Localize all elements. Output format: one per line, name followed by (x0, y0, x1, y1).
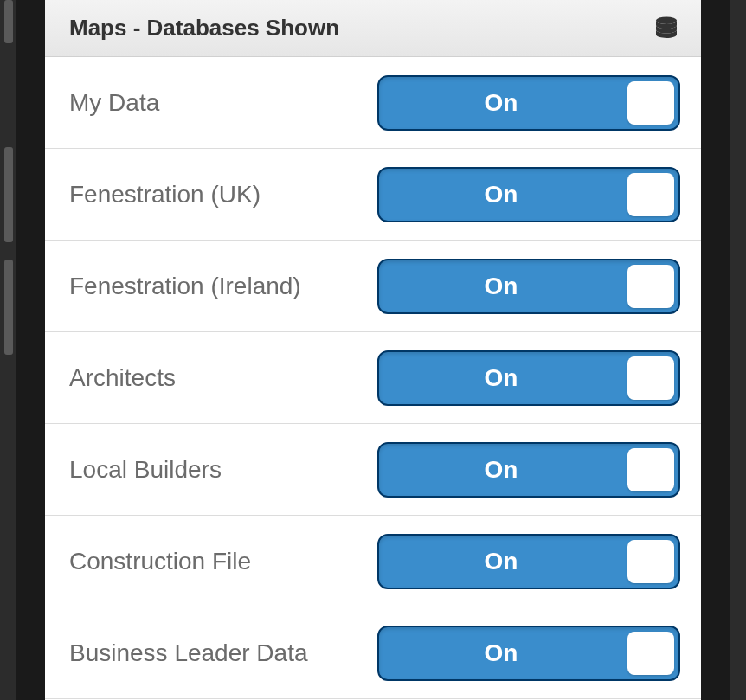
toggle-thumb (627, 173, 674, 216)
header: Maps - Databases Shown (45, 0, 701, 57)
item-label: Architects (69, 364, 176, 392)
toggle-state-label: On (379, 456, 623, 484)
toggle-thumb (627, 265, 674, 308)
toggle-fenestration-ireland[interactable]: On (377, 259, 680, 314)
toggle-state-label: On (379, 364, 623, 392)
toggle-business-leader-data[interactable]: On (377, 626, 680, 681)
toggle-construction-file[interactable]: On (377, 534, 680, 589)
toggle-state-label: On (379, 639, 623, 667)
toggle-local-builders[interactable]: On (377, 442, 680, 498)
item-label: Business Leader Data (69, 639, 308, 667)
item-label: Local Builders (69, 456, 222, 484)
device-side-button (4, 260, 13, 355)
database-icon (653, 15, 680, 42)
toggle-thumb (627, 356, 674, 400)
toggle-state-label: On (379, 273, 623, 300)
list-item: Construction File On (45, 516, 701, 607)
svg-point-0 (656, 16, 677, 24)
list-item: Local Builders On (45, 424, 701, 516)
toggle-architects[interactable]: On (377, 350, 680, 406)
item-label: My Data (69, 89, 159, 117)
device-bezel-left (16, 0, 45, 700)
toggle-state-label: On (379, 548, 623, 575)
database-list: My Data On Fenestration (UK) On Fenestra… (45, 57, 701, 699)
list-item: Business Leader Data On (45, 607, 701, 699)
toggle-thumb (627, 540, 674, 583)
toggle-thumb (627, 81, 674, 125)
page-title: Maps - Databases Shown (69, 15, 339, 42)
list-item: Architects On (45, 332, 701, 424)
toggle-my-data[interactable]: On (377, 75, 680, 131)
toggle-fenestration-uk[interactable]: On (377, 167, 680, 222)
device-bezel-right (701, 0, 730, 700)
device-side-button (4, 147, 13, 242)
item-label: Fenestration (Ireland) (69, 273, 301, 300)
toggle-state-label: On (379, 181, 623, 209)
list-item: Fenestration (UK) On (45, 149, 701, 241)
toggle-state-label: On (379, 89, 623, 117)
screen: Maps - Databases Shown My Data On F (45, 0, 701, 700)
list-item: My Data On (45, 57, 701, 149)
item-label: Fenestration (UK) (69, 181, 260, 209)
toggle-thumb (627, 448, 674, 491)
toggle-thumb (627, 632, 674, 675)
list-item: Fenestration (Ireland) On (45, 241, 701, 332)
device-side-button (4, 0, 13, 43)
device-frame: Maps - Databases Shown My Data On F (0, 0, 746, 700)
item-label: Construction File (69, 548, 251, 575)
